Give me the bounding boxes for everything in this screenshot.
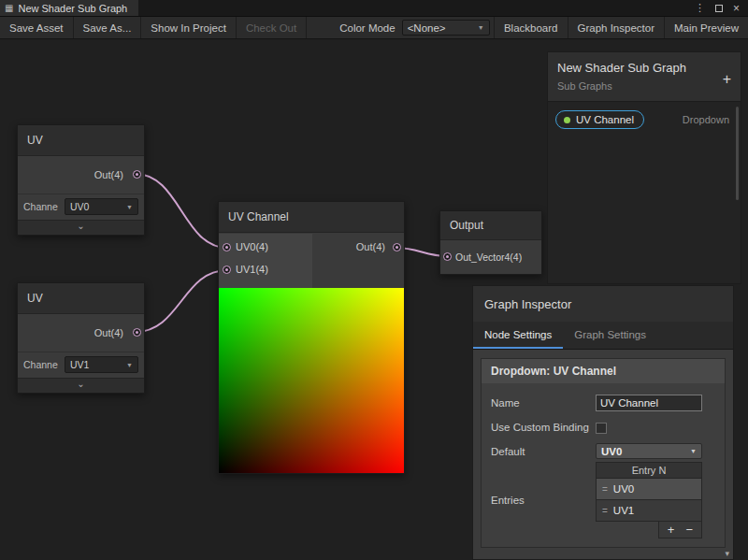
blackboard-body: UV Channel Dropdown [547,101,741,284]
default-dropdown[interactable]: UV0 ▼ [596,443,702,459]
blackboard-toggle-button[interactable]: Blackboard [494,17,568,38]
channel-dropdown-value: UV1 [70,359,89,370]
input-port-label: Out_Vector4(4) [455,251,522,263]
list-item-label: UV1 [613,505,634,516]
chevron-down-icon: ▼ [690,448,697,454]
node-title: UV Channel [219,202,404,233]
entries-footer-bar: + − [658,522,702,538]
list-item-label: UV0 [613,483,634,495]
channel-dropdown-value: UV0 [70,201,89,212]
check-out-button: Check Out [237,17,307,38]
dropdown-settings-section: Dropdown: UV Channel Name Use Custom Bin… [481,358,726,548]
list-item-uv0[interactable]: = UV0 [596,479,702,500]
graph-inspector-panel: Graph Inspector Node Settings Graph Sett… [472,285,734,560]
scroll-down-indicator[interactable]: ▾ [725,549,729,558]
blackboard-scrollbar[interactable] [736,107,739,200]
channel-dropdown[interactable]: UV1 ▼ [65,356,138,373]
blackboard-item-type: Dropdown [683,114,733,125]
output-port-label: Out(4) [94,169,123,180]
output-port-row: Out(4) [18,156,144,194]
edge-uvtop-to-uvchannel[interactable] [136,174,227,248]
shader-graph-icon: ▦ [5,4,13,13]
chevron-down-icon: ▼ [126,204,133,210]
blackboard-header[interactable]: New Shader Sub Graph Sub Graphs + [547,51,741,101]
port-uv-bottom-out[interactable] [133,328,141,337]
input-port-label-uv0: UV0(4) [236,241,268,252]
inspector-tab-bar: Node Settings Graph Settings [473,322,733,350]
drag-handle-icon[interactable]: = [602,506,608,516]
toolbar-right-group: Blackboard Graph Inspector Main Preview [494,17,748,38]
remove-entry-button[interactable]: − [685,524,693,536]
name-field-row: Name [482,392,725,414]
tab-node-settings[interactable]: Node Settings [473,322,563,349]
tab-graph-settings[interactable]: Graph Settings [563,322,657,349]
output-port-label: Out(4) [94,327,123,338]
blackboard-item-uv-channel[interactable]: UV Channel [555,110,644,129]
channel-label: Channe [23,359,61,370]
entries-list-footer: + − [596,522,702,538]
use-custom-binding-checkbox[interactable] [596,423,607,434]
show-in-project-button[interactable]: Show In Project [141,17,237,38]
node-title: Output [440,211,541,240]
chevron-down-icon: ▼ [478,24,484,31]
name-label: Name [491,396,596,409]
input-port-label-uv1: UV1(4) [236,264,268,275]
drag-handle-icon[interactable]: = [602,484,608,495]
entries-label: Entries [491,494,596,507]
channel-property-row: Channe UV1 ▼ [18,352,144,378]
save-as-button[interactable]: Save As... [74,17,142,38]
save-asset-button[interactable]: Save Asset [0,17,74,38]
port-uv-top-out[interactable] [133,170,141,179]
graph-inspector-title[interactable]: Graph Inspector [473,286,733,322]
add-property-button[interactable]: + [723,73,731,86]
color-mode-value: <None> [408,22,446,34]
node-title: UV [18,125,144,156]
title-bar: ▦ New Shader Sub Graph ⋮ × [0,0,748,17]
color-mode-dropdown[interactable]: <None> ▼ [402,20,490,36]
add-entry-button[interactable]: + [668,524,675,536]
document-tab[interactable]: ▦ New Shader Sub Graph [0,0,138,16]
main-preview-toggle-button[interactable]: Main Preview [664,17,748,38]
blackboard-item-label: UV Channel [576,114,634,125]
section-title: Dropdown: UV Channel [482,359,725,383]
port-output-in[interactable] [443,252,452,261]
blackboard-title: New Shader Sub Graph [557,61,731,75]
input-port-row: Out_Vector4(4) [440,240,541,274]
entries-field-row: Entries Entry N = UV0 = UV1 [482,462,725,541]
graph-inspector-toggle-button[interactable]: Graph Inspector [568,17,664,38]
maximize-icon[interactable] [715,5,723,12]
channel-dropdown[interactable]: UV0 ▼ [65,198,138,215]
edge-uvbottom-to-uvchannel[interactable] [136,270,227,332]
close-icon[interactable]: × [733,2,740,15]
uv-preview-image [219,288,404,473]
name-input[interactable] [596,395,702,411]
node-uv-channel[interactable]: UV Channel UV0(4) UV1(4) Out(4) [218,201,405,474]
node-collapse-button[interactable]: ⌄ [18,378,144,393]
node-uv-top[interactable]: UV Out(4) Channe UV0 ▼ ⌄ [17,124,145,236]
node-collapse-button[interactable]: ⌄ [18,220,144,235]
use-custom-binding-row: Use Custom Binding [482,418,725,437]
default-dropdown-value: UV0 [601,446,622,457]
output-port-row: Out(4) [18,314,144,352]
toolbar: Save Asset Save As... Show In Project Ch… [0,17,748,39]
chevron-down-icon: ▼ [126,362,133,368]
inspector-content: Dropdown: UV Channel Name Use Custom Bin… [473,351,733,559]
channel-label: Channe [23,201,61,212]
blackboard-subtitle: Sub Graphs [557,80,731,92]
port-uvchannel-out[interactable] [393,243,401,251]
blackboard-panel: New Shader Sub Graph Sub Graphs + UV Cha… [547,51,741,284]
menu-icon[interactable]: ⋮ [695,2,705,14]
color-mode-label: Color Mode [333,17,401,38]
default-label: Default [491,445,596,458]
use-custom-binding-label: Use Custom Binding [491,421,596,434]
entries-list-header: Entry N [596,462,702,479]
entries-list: Entry N = UV0 = UV1 + [596,462,702,538]
shader-graph-window: ▦ New Shader Sub Graph ⋮ × Save Asset Sa… [0,0,748,560]
port-uvchannel-in-uv0[interactable] [223,243,231,251]
node-uv-bottom[interactable]: UV Out(4) Channe UV1 ▼ ⌄ [17,282,145,394]
node-output[interactable]: Output Out_Vector4(4) [439,210,542,275]
list-item-uv1[interactable]: = UV1 [596,500,702,522]
default-field-row: Default UV0 ▼ [482,440,725,462]
port-uvchannel-in-uv1[interactable] [223,266,231,274]
exposed-dot-icon [564,117,570,123]
